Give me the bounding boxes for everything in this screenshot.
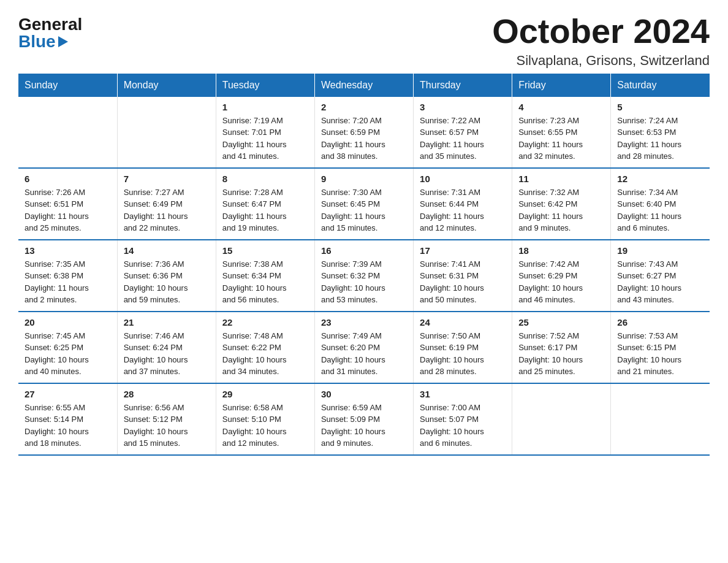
calendar-cell: 27Sunrise: 6:55 AM Sunset: 5:14 PM Dayli… — [18, 383, 117, 455]
day-number: 5 — [617, 102, 703, 112]
day-info: Sunrise: 7:50 AM Sunset: 6:19 PM Dayligh… — [420, 330, 506, 378]
calendar-cell: 18Sunrise: 7:42 AM Sunset: 6:29 PM Dayli… — [512, 240, 611, 312]
header-thursday: Thursday — [414, 74, 512, 97]
day-info: Sunrise: 7:19 AM Sunset: 7:01 PM Dayligh… — [222, 115, 308, 163]
calendar-cell: 5Sunrise: 7:24 AM Sunset: 6:53 PM Daylig… — [611, 97, 710, 168]
day-info: Sunrise: 7:45 AM Sunset: 6:25 PM Dayligh… — [25, 330, 111, 378]
month-title: October 2024 — [492, 12, 710, 50]
day-number: 7 — [124, 174, 210, 184]
calendar-cell: 10Sunrise: 7:31 AM Sunset: 6:44 PM Dayli… — [414, 168, 512, 240]
day-number: 23 — [321, 317, 407, 327]
calendar-cell: 29Sunrise: 6:58 AM Sunset: 5:10 PM Dayli… — [216, 383, 314, 455]
day-number: 18 — [518, 245, 604, 256]
logo-blue-word: Blue — [18, 33, 56, 50]
day-number: 9 — [321, 174, 407, 184]
day-info: Sunrise: 6:56 AM Sunset: 5:12 PM Dayligh… — [124, 402, 210, 450]
calendar-cell: 8Sunrise: 7:28 AM Sunset: 6:47 PM Daylig… — [216, 168, 314, 240]
calendar-cell: 12Sunrise: 7:34 AM Sunset: 6:40 PM Dayli… — [611, 168, 710, 240]
calendar-cell: 6Sunrise: 7:26 AM Sunset: 6:51 PM Daylig… — [18, 168, 117, 240]
calendar-cell: 20Sunrise: 7:45 AM Sunset: 6:25 PM Dayli… — [18, 312, 117, 383]
day-number: 8 — [222, 174, 308, 184]
day-info: Sunrise: 7:48 AM Sunset: 6:22 PM Dayligh… — [222, 330, 308, 378]
calendar-cell: 9Sunrise: 7:30 AM Sunset: 6:45 PM Daylig… — [314, 168, 413, 240]
calendar-cell: 11Sunrise: 7:32 AM Sunset: 6:42 PM Dayli… — [512, 168, 611, 240]
calendar-week-row: 20Sunrise: 7:45 AM Sunset: 6:25 PM Dayli… — [18, 312, 710, 383]
calendar-week-row: 6Sunrise: 7:26 AM Sunset: 6:51 PM Daylig… — [18, 168, 710, 240]
day-info: Sunrise: 7:53 AM Sunset: 6:15 PM Dayligh… — [617, 330, 703, 378]
logo-general-text: General — [18, 16, 82, 33]
day-info: Sunrise: 7:23 AM Sunset: 6:55 PM Dayligh… — [518, 115, 604, 163]
day-number: 20 — [25, 317, 111, 327]
day-info: Sunrise: 6:55 AM Sunset: 5:14 PM Dayligh… — [25, 402, 111, 450]
day-info: Sunrise: 7:36 AM Sunset: 6:36 PM Dayligh… — [124, 258, 210, 306]
day-info: Sunrise: 7:24 AM Sunset: 6:53 PM Dayligh… — [617, 115, 703, 163]
calendar-table: Sunday Monday Tuesday Wednesday Thursday… — [18, 74, 710, 456]
calendar-week-row: 13Sunrise: 7:35 AM Sunset: 6:38 PM Dayli… — [18, 240, 710, 312]
header-tuesday: Tuesday — [216, 74, 314, 97]
calendar-cell — [18, 97, 117, 168]
day-info: Sunrise: 7:35 AM Sunset: 6:38 PM Dayligh… — [25, 258, 111, 306]
calendar-cell: 22Sunrise: 7:48 AM Sunset: 6:22 PM Dayli… — [216, 312, 314, 383]
day-info: Sunrise: 7:27 AM Sunset: 6:49 PM Dayligh… — [124, 186, 210, 234]
day-info: Sunrise: 7:46 AM Sunset: 6:24 PM Dayligh… — [124, 330, 210, 378]
day-info: Sunrise: 7:42 AM Sunset: 6:29 PM Dayligh… — [518, 258, 604, 306]
day-info: Sunrise: 7:30 AM Sunset: 6:45 PM Dayligh… — [321, 186, 407, 234]
day-number: 30 — [321, 389, 407, 399]
calendar-cell: 26Sunrise: 7:53 AM Sunset: 6:15 PM Dayli… — [611, 312, 710, 383]
calendar-cell: 2Sunrise: 7:20 AM Sunset: 6:59 PM Daylig… — [314, 97, 413, 168]
day-number: 4 — [518, 102, 604, 112]
day-info: Sunrise: 7:39 AM Sunset: 6:32 PM Dayligh… — [321, 258, 407, 306]
day-number: 3 — [420, 102, 506, 112]
day-info: Sunrise: 7:26 AM Sunset: 6:51 PM Dayligh… — [25, 186, 111, 234]
day-number: 11 — [518, 174, 604, 184]
day-info: Sunrise: 7:49 AM Sunset: 6:20 PM Dayligh… — [321, 330, 407, 378]
calendar-cell: 31Sunrise: 7:00 AM Sunset: 5:07 PM Dayli… — [414, 383, 512, 455]
day-number: 15 — [222, 245, 308, 256]
day-number: 2 — [321, 102, 407, 112]
day-number: 17 — [420, 245, 506, 256]
header-monday: Monday — [117, 74, 216, 97]
location-subtitle: Silvaplana, Grisons, Switzerland — [492, 53, 710, 69]
logo-arrow-icon — [58, 36, 68, 47]
logo-blue-text: Blue — [18, 33, 68, 50]
calendar-week-row: 27Sunrise: 6:55 AM Sunset: 5:14 PM Dayli… — [18, 383, 710, 455]
header-saturday: Saturday — [611, 74, 710, 97]
day-number: 12 — [617, 174, 703, 184]
day-number: 22 — [222, 317, 308, 327]
calendar-cell: 19Sunrise: 7:43 AM Sunset: 6:27 PM Dayli… — [611, 240, 710, 312]
title-block: October 2024 Silvaplana, Grisons, Switze… — [492, 12, 710, 69]
calendar-cell: 4Sunrise: 7:23 AM Sunset: 6:55 PM Daylig… — [512, 97, 611, 168]
calendar-cell: 25Sunrise: 7:52 AM Sunset: 6:17 PM Dayli… — [512, 312, 611, 383]
calendar-cell: 30Sunrise: 6:59 AM Sunset: 5:09 PM Dayli… — [314, 383, 413, 455]
day-info: Sunrise: 7:00 AM Sunset: 5:07 PM Dayligh… — [420, 402, 506, 450]
calendar-cell: 21Sunrise: 7:46 AM Sunset: 6:24 PM Dayli… — [117, 312, 216, 383]
day-number: 31 — [420, 389, 506, 399]
day-info: Sunrise: 7:34 AM Sunset: 6:40 PM Dayligh… — [617, 186, 703, 234]
day-number: 21 — [124, 317, 210, 327]
day-number: 13 — [25, 245, 111, 256]
calendar-cell — [512, 383, 611, 455]
day-number: 26 — [617, 317, 703, 327]
calendar-cell: 28Sunrise: 6:56 AM Sunset: 5:12 PM Dayli… — [117, 383, 216, 455]
day-info: Sunrise: 7:28 AM Sunset: 6:47 PM Dayligh… — [222, 186, 308, 234]
day-number: 27 — [25, 389, 111, 399]
day-number: 24 — [420, 317, 506, 327]
day-info: Sunrise: 7:22 AM Sunset: 6:57 PM Dayligh… — [420, 115, 506, 163]
day-number: 14 — [124, 245, 210, 256]
calendar-cell: 14Sunrise: 7:36 AM Sunset: 6:36 PM Dayli… — [117, 240, 216, 312]
calendar-cell: 7Sunrise: 7:27 AM Sunset: 6:49 PM Daylig… — [117, 168, 216, 240]
day-info: Sunrise: 6:59 AM Sunset: 5:09 PM Dayligh… — [321, 402, 407, 450]
day-info: Sunrise: 7:38 AM Sunset: 6:34 PM Dayligh… — [222, 258, 308, 306]
calendar-cell: 17Sunrise: 7:41 AM Sunset: 6:31 PM Dayli… — [414, 240, 512, 312]
day-number: 10 — [420, 174, 506, 184]
day-info: Sunrise: 7:31 AM Sunset: 6:44 PM Dayligh… — [420, 186, 506, 234]
calendar-cell — [117, 97, 216, 168]
day-number: 1 — [222, 102, 308, 112]
day-info: Sunrise: 6:58 AM Sunset: 5:10 PM Dayligh… — [222, 402, 308, 450]
calendar-week-row: 1Sunrise: 7:19 AM Sunset: 7:01 PM Daylig… — [18, 97, 710, 168]
calendar-cell: 23Sunrise: 7:49 AM Sunset: 6:20 PM Dayli… — [314, 312, 413, 383]
calendar-cell: 15Sunrise: 7:38 AM Sunset: 6:34 PM Dayli… — [216, 240, 314, 312]
calendar-cell: 3Sunrise: 7:22 AM Sunset: 6:57 PM Daylig… — [414, 97, 512, 168]
day-info: Sunrise: 7:43 AM Sunset: 6:27 PM Dayligh… — [617, 258, 703, 306]
day-number: 19 — [617, 245, 703, 256]
